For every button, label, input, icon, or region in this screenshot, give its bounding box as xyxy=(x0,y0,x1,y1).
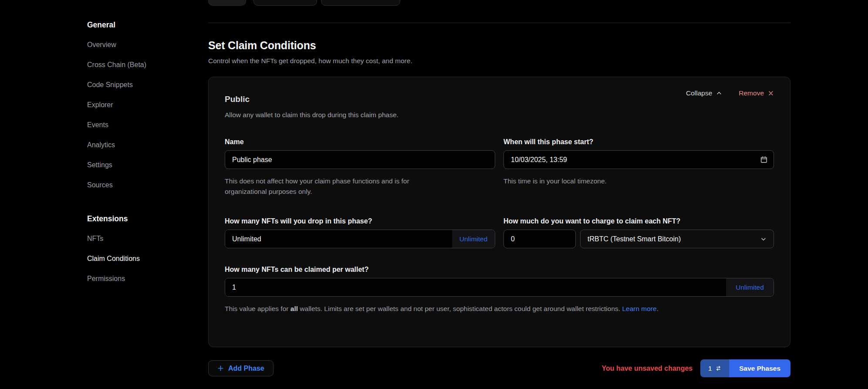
start-label: When will this phase start? xyxy=(503,138,774,146)
sidebar-item-code-snippets[interactable]: Code Snippets xyxy=(87,75,187,95)
sidebar-item-settings[interactable]: Settings xyxy=(87,155,187,175)
per-wallet-helper-bold: all xyxy=(290,305,298,312)
per-wallet-label: How many NFTs can be claimed per wallet? xyxy=(225,266,774,274)
collapse-button[interactable]: Collapse xyxy=(686,89,722,97)
collapse-label: Collapse xyxy=(686,89,712,97)
add-phase-label: Add Phase xyxy=(228,365,264,372)
start-input-wrap xyxy=(503,150,774,169)
claim-conditions-panel: Set Claim Conditions Control when the NF… xyxy=(208,39,790,377)
start-datetime-input[interactable] xyxy=(503,150,774,169)
toolbar-button[interactable] xyxy=(208,0,246,6)
save-phases-button[interactable]: Save Phases xyxy=(729,359,790,377)
per-wallet-unlimited-toggle[interactable]: Unlimited xyxy=(726,278,773,296)
sidebar-item-sources[interactable]: Sources xyxy=(87,175,187,195)
name-input[interactable] xyxy=(225,150,495,169)
per-wallet-helper-suffix: . xyxy=(657,305,659,312)
currency-selected-value: tRBTC (Testnet Smart Bitcoin) xyxy=(588,235,681,243)
phase-card-actions: Collapse Remove xyxy=(686,89,774,97)
name-field: Name This does not affect how your claim… xyxy=(225,138,495,197)
supply-field: How many NFTs will you drop in this phas… xyxy=(225,217,495,248)
explorer-link-button[interactable]: Rootstock Blockscout xyxy=(321,0,400,6)
remove-label: Remove xyxy=(739,89,764,97)
name-helper: This does not affect how your claim phas… xyxy=(225,176,429,197)
supply-label: How many NFTs will you drop in this phas… xyxy=(225,217,495,225)
supply-unlimited-toggle[interactable]: Unlimited xyxy=(452,230,495,248)
sidebar-item-explorer[interactable]: Explorer xyxy=(87,95,187,115)
page-subtitle: Control when the NFTs get dropped, how m… xyxy=(208,57,790,65)
start-field: When will this phase start? This time is… xyxy=(503,138,774,197)
phase-count-button[interactable]: 1 xyxy=(700,359,729,377)
header-divider xyxy=(208,23,790,23)
sidebar-item-permissions[interactable]: Permissions xyxy=(87,269,187,289)
save-split-button: 1 Save Phases xyxy=(700,359,790,377)
per-wallet-input-group: Unlimited xyxy=(225,278,774,297)
close-icon xyxy=(768,90,774,96)
add-phase-button[interactable]: Add Phase xyxy=(208,360,274,376)
supply-input-group: Unlimited xyxy=(225,230,495,248)
price-row: tRBTC (Testnet Smart Bitcoin) xyxy=(503,230,774,248)
sidebar-item-overview[interactable]: Overview xyxy=(87,35,187,55)
chevron-up-icon xyxy=(716,90,722,96)
phase-card-header: Public Allow any wallet to claim this dr… xyxy=(225,95,774,119)
swap-arrows-icon xyxy=(715,365,722,372)
per-wallet-helper: This value applies for all wallets. Limi… xyxy=(225,304,774,314)
sidebar-item-claim-conditions[interactable]: Claim Conditions xyxy=(87,249,187,269)
per-wallet-helper-prefix: This value applies for xyxy=(225,305,290,312)
name-label: Name xyxy=(225,138,495,146)
price-label: How much do you want to charge to claim … xyxy=(503,217,774,225)
sidebar-section-gap xyxy=(87,195,187,209)
price-amount-input[interactable] xyxy=(503,230,576,248)
phase-title: Public xyxy=(225,95,399,104)
remove-button[interactable]: Remove xyxy=(739,89,774,97)
plus-icon xyxy=(217,365,224,372)
phase-row-name-start: Name This does not affect how your claim… xyxy=(225,138,774,197)
phase-row-per-wallet: How many NFTs can be claimed per wallet?… xyxy=(225,266,774,314)
learn-more-link[interactable]: Learn more xyxy=(622,305,656,312)
phase-card-heading: Public Allow any wallet to claim this dr… xyxy=(225,95,399,119)
sidebar-section-general: General xyxy=(87,15,187,35)
per-wallet-helper-middle: wallets. Limits are set per wallets and … xyxy=(298,305,622,312)
currency-select[interactable]: tRBTC (Testnet Smart Bitcoin) xyxy=(580,230,774,248)
sidebar: General Overview Cross Chain (Beta) Code… xyxy=(87,15,187,289)
sidebar-item-analytics[interactable]: Analytics xyxy=(87,135,187,155)
phase-row-supply-price: How many NFTs will you drop in this phas… xyxy=(225,217,774,248)
phases-footer: Add Phase You have unsaved changes 1 Sav… xyxy=(208,359,790,377)
footer-right: You have unsaved changes 1 Save Phases xyxy=(602,359,790,377)
page-title: Set Claim Conditions xyxy=(208,39,790,52)
contract-address-button[interactable]: 0xcDc...406c9 xyxy=(253,0,317,6)
per-wallet-input[interactable] xyxy=(225,278,726,296)
sidebar-section-extensions: Extensions xyxy=(87,209,187,229)
sidebar-item-nfts[interactable]: NFTs xyxy=(87,229,187,249)
phase-description: Allow any wallet to claim this drop duri… xyxy=(225,111,399,119)
sidebar-item-events[interactable]: Events xyxy=(87,115,187,135)
supply-input[interactable] xyxy=(225,230,452,248)
start-helper: This time is in your local timezone. xyxy=(503,176,774,186)
chevron-down-icon xyxy=(760,236,767,242)
sidebar-item-cross-chain[interactable]: Cross Chain (Beta) xyxy=(87,55,187,75)
unsaved-changes-text: You have unsaved changes xyxy=(602,365,693,372)
claim-phase-card: Public Allow any wallet to claim this dr… xyxy=(208,77,790,347)
price-field: How much do you want to charge to claim … xyxy=(503,217,774,248)
phase-count: 1 xyxy=(708,365,712,372)
